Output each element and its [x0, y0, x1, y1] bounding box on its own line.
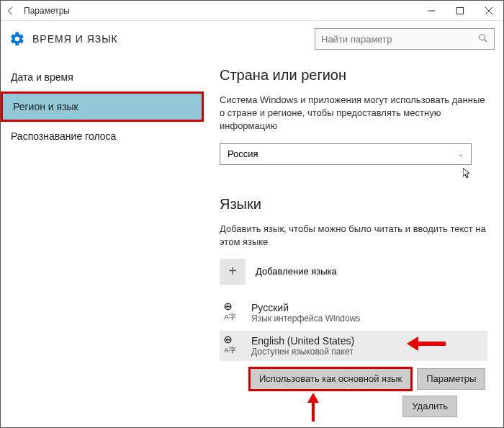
- svg-point-4: [480, 34, 485, 40]
- region-combobox[interactable]: Россия ⌄: [220, 143, 472, 165]
- set-default-language-button[interactable]: Использовать как основной язык: [250, 368, 411, 390]
- language-options-button[interactable]: Параметры: [417, 368, 485, 390]
- svg-rect-1: [457, 7, 464, 14]
- gear-icon: [9, 31, 25, 47]
- sidebar-item-label: Регион и язык: [13, 101, 78, 112]
- back-button[interactable]: [1, 1, 21, 21]
- language-item-english-us[interactable]: A字 English (United States) Доступен язык…: [220, 331, 487, 361]
- search-box[interactable]: [315, 28, 495, 50]
- sidebar-item-region-language[interactable]: Регион и язык: [1, 92, 204, 122]
- button-label: Использовать как основной язык: [259, 373, 402, 384]
- sidebar: Дата и время Регион и язык Распознавание…: [1, 57, 204, 427]
- add-language-label: Добавление языка: [256, 266, 337, 277]
- maximize-button[interactable]: [446, 1, 474, 21]
- close-button[interactable]: [474, 1, 503, 21]
- region-section-desc: Система Windows и приложения могут испол…: [220, 94, 487, 133]
- window-title: Параметры: [21, 6, 70, 16]
- language-name: English (United States): [251, 335, 354, 347]
- language-name: Русский: [251, 302, 360, 313]
- search-input[interactable]: [321, 34, 478, 45]
- region-selected-value: Россия: [228, 148, 258, 159]
- svg-text:A字: A字: [224, 346, 236, 354]
- sidebar-item-speech[interactable]: Распознавание голоса: [1, 122, 204, 151]
- language-subtitle: Доступен языковой пакет: [251, 347, 354, 357]
- cursor-icon: [463, 168, 503, 182]
- language-icon: A字: [222, 302, 244, 324]
- region-section-title: Страна или регион: [220, 67, 487, 84]
- page-header: ВРЕМЯ И ЯЗЫК: [1, 21, 503, 57]
- svg-line-5: [485, 39, 487, 42]
- remove-language-button[interactable]: Удалить: [402, 396, 457, 417]
- search-icon: [478, 33, 488, 45]
- minimize-button[interactable]: [417, 1, 446, 21]
- sidebar-item-label: Дата и время: [11, 71, 73, 83]
- language-item-russian[interactable]: A字 Русский Язык интерфейса Windows: [220, 298, 487, 328]
- languages-section-desc: Добавить язык, чтобы можно было читать и…: [220, 223, 487, 249]
- add-language-button[interactable]: + Добавление языка: [220, 259, 487, 285]
- button-label: Удалить: [412, 401, 448, 411]
- plus-icon: +: [220, 259, 246, 285]
- languages-section-title: Языки: [220, 196, 487, 213]
- sidebar-item-label: Распознавание голоса: [11, 130, 116, 142]
- annotation-arrow-icon: [407, 336, 450, 351]
- language-icon: A字: [222, 335, 244, 357]
- svg-text:A字: A字: [224, 313, 236, 321]
- content-pane: Страна или регион Система Windows и прил…: [204, 57, 503, 427]
- page-title: ВРЕМЯ И ЯЗЫК: [32, 33, 118, 45]
- sidebar-item-date-time[interactable]: Дата и время: [1, 63, 204, 92]
- chevron-down-icon: ⌄: [458, 150, 464, 158]
- title-bar: Параметры: [1, 1, 503, 21]
- language-subtitle: Язык интерфейса Windows: [251, 313, 360, 324]
- button-label: Параметры: [426, 373, 476, 384]
- settings-window: Параметры ВРЕМЯ И ЯЗЫК Дата и вре: [0, 0, 504, 428]
